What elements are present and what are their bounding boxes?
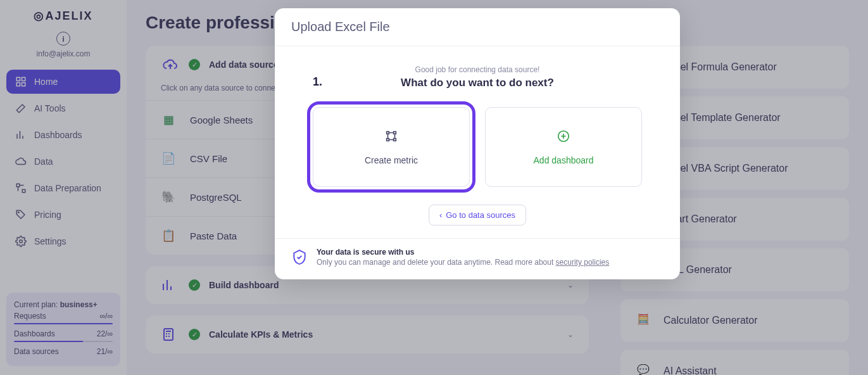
secure-title: Your data is secure with us — [317, 248, 609, 257]
secure-text: Only you can manage and delete your data… — [317, 258, 609, 267]
security-policies-link[interactable]: security policies — [556, 258, 610, 267]
what-next-text: What do you want to do next? — [291, 77, 664, 89]
modal-title: Upload Excel File — [275, 8, 680, 46]
plus-circle-icon — [557, 129, 570, 146]
svg-rect-12 — [394, 138, 396, 141]
create-metric-button[interactable]: Create metric — [313, 107, 470, 187]
good-job-text: Good job for connecting data source! — [291, 65, 664, 74]
chevron-left-icon: ‹ — [439, 210, 442, 220]
upload-excel-modal: Upload Excel File 1. Good job for connec… — [275, 8, 680, 279]
shield-check-icon — [291, 248, 308, 267]
svg-rect-10 — [394, 131, 396, 134]
step-number: 1. — [313, 75, 322, 89]
add-dashboard-button[interactable]: Add dashboard — [485, 107, 642, 187]
svg-rect-9 — [387, 131, 389, 134]
svg-rect-11 — [387, 138, 389, 141]
go-to-data-sources-button[interactable]: ‹ Go to data sources — [429, 205, 526, 226]
metric-icon — [384, 129, 398, 146]
